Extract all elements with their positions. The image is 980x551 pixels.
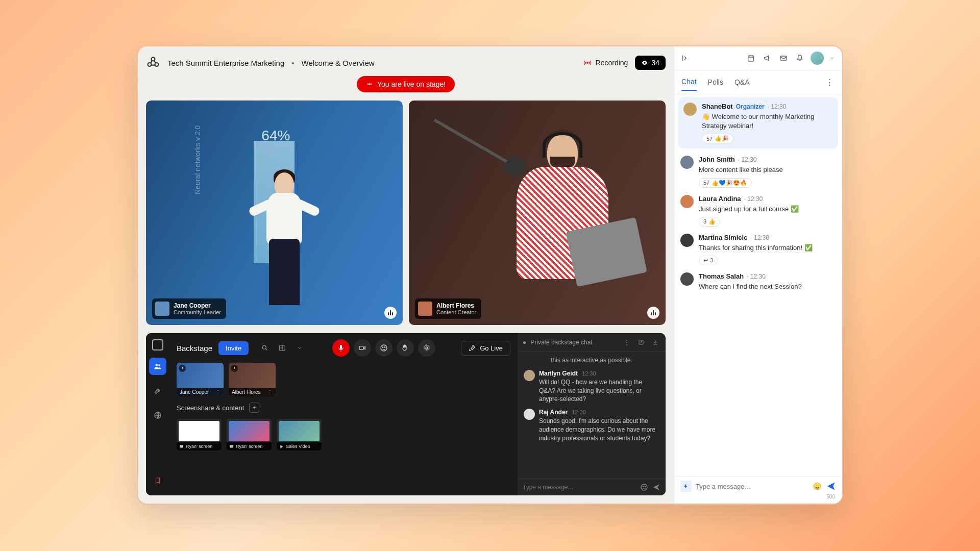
app-logo[interactable] [146, 56, 160, 70]
popout-icon[interactable] [636, 337, 646, 347]
reaction-pill[interactable]: 57👍💙🎉😍🔥 [699, 178, 752, 188]
rail-wrench-icon[interactable] [149, 382, 166, 399]
backstage-title: Backstage [177, 344, 212, 353]
lock-icon: ● [523, 339, 526, 346]
presenter-role: Content Creator [436, 309, 476, 315]
backstage-chat-header: ● Private backstage chat ⋮ [518, 333, 666, 352]
invite-button[interactable]: Invite [218, 341, 249, 355]
reaction-pill[interactable]: 57👍🎉 [702, 134, 733, 143]
tab-polls[interactable]: Polls [708, 74, 723, 90]
tab-chat[interactable]: Chat [681, 73, 697, 91]
mic-button[interactable] [332, 339, 350, 357]
chat-input[interactable] [696, 483, 808, 490]
search-icon[interactable] [258, 341, 272, 355]
truncated-message: this as interactive as possible. [524, 356, 659, 365]
main-area: Tech Summit Enterprise Marketing • Welco… [138, 46, 674, 504]
emoji-icon[interactable] [640, 483, 648, 491]
svg-point-15 [426, 347, 428, 349]
user-avatar[interactable] [811, 52, 824, 65]
headphones-icon [543, 132, 582, 158]
svg-point-28 [818, 485, 819, 486]
chat-input-row [674, 476, 842, 494]
content-thumb[interactable]: Ryan' screen [177, 419, 222, 450]
audio-indicator-icon [647, 307, 659, 319]
more-icon[interactable]: ⋮ [824, 77, 835, 88]
backstage-chat-input[interactable] [523, 484, 636, 491]
avatar [680, 234, 694, 247]
backstage-main: Backstage Invite [169, 333, 518, 495]
backstage-logo-icon[interactable] [152, 339, 163, 350]
download-icon[interactable] [650, 337, 660, 347]
send-icon[interactable] [652, 483, 660, 491]
add-content-button[interactable]: + [249, 403, 259, 413]
video-label: Albert Flores Content Creator [415, 298, 481, 319]
play-icon [279, 444, 284, 449]
svg-point-14 [384, 347, 385, 347]
avatar [683, 103, 697, 116]
broadcast-icon [366, 81, 373, 88]
recording-indicator: Recording [583, 59, 628, 67]
app-window: Tech Summit Enterprise Marketing • Welco… [137, 45, 843, 505]
content-section-label: Screenshare & content + [177, 403, 510, 413]
svg-rect-18 [180, 445, 183, 447]
rail-globe-icon[interactable] [149, 407, 166, 424]
session-name[interactable]: Welcome & Overview [302, 59, 375, 67]
right-panel-top [674, 46, 842, 70]
backstage-message: Marilyn Geidt12:30 Will do! QQ - how are… [524, 370, 659, 404]
video-tile-albert[interactable]: Albert Flores Content Creator [409, 101, 666, 325]
svg-point-13 [382, 347, 383, 347]
chat-body[interactable]: ShaneBotOrganizer12:30 👋 Welcome to our … [674, 94, 842, 476]
send-button[interactable] [826, 481, 836, 491]
reaction-pill[interactable]: ↩3 [699, 256, 718, 265]
chat-message: Laura Andina12:30 Just signed up for a f… [680, 195, 836, 227]
svg-rect-10 [340, 345, 342, 349]
content-thumb[interactable]: Sales Video [277, 419, 322, 450]
event-name[interactable]: Tech Summit Enterprise Marketing [167, 59, 284, 67]
svg-point-27 [816, 485, 817, 486]
mail-icon[interactable] [778, 53, 789, 64]
collapse-icon[interactable] [681, 54, 690, 62]
rail-people-icon[interactable] [149, 358, 166, 375]
backstage-chat-body[interactable]: this as interactive as possible. Marilyn… [518, 352, 666, 479]
mic-icon [179, 365, 186, 372]
camera-button[interactable] [354, 339, 371, 357]
tab-qa[interactable]: Q&A [734, 74, 750, 90]
backstage-message: Raj Ander12:30 Sounds good. I'm also cur… [524, 409, 659, 442]
avatar [524, 370, 535, 381]
more-icon[interactable]: ⋮ [622, 337, 632, 347]
go-live-button[interactable]: Go Live [461, 341, 510, 356]
more-icon[interactable]: ⋮ [267, 389, 273, 395]
quick-action-icon[interactable] [680, 481, 692, 492]
emoji-button[interactable] [375, 339, 393, 357]
svg-point-23 [645, 486, 645, 487]
chat-message: John Smith12:30 More content like this p… [680, 156, 836, 187]
content-thumb[interactable]: Ryan' screen [227, 419, 272, 450]
emoji-icon[interactable] [813, 482, 822, 491]
rail-bookmark-icon[interactable] [149, 472, 166, 489]
broadcast-icon [583, 59, 592, 67]
live-banner-text: You are live on stage! [377, 80, 446, 88]
presenter-name: Jane Cooper [174, 302, 221, 309]
chevron-down-icon[interactable] [829, 53, 835, 64]
more-icon[interactable]: ⋮ [215, 389, 220, 395]
svg-point-12 [381, 345, 387, 351]
bell-icon[interactable] [794, 53, 805, 64]
calendar-icon[interactable] [745, 53, 756, 64]
viewer-count[interactable]: 34 [635, 56, 666, 70]
backstage-thumb[interactable]: Jane Cooper⋮ [177, 363, 224, 396]
live-banner: You are live on stage! [357, 76, 455, 92]
right-panel-tabs: Chat Polls Q&A ⋮ [674, 70, 842, 94]
settings-button[interactable] [418, 339, 435, 357]
backstage-thumb[interactable]: Albert Flores⋮ [229, 363, 276, 396]
presenter-figure [254, 172, 315, 305]
megaphone-icon[interactable] [762, 53, 773, 64]
backstage-header: Backstage Invite [177, 339, 510, 357]
reaction-pill[interactable]: 3👍 [699, 217, 720, 227]
chevron-down-icon[interactable] [292, 341, 307, 355]
video-tile-jane[interactable]: 64% Neural networks v 2.0 Jane Cooper Co… [146, 101, 403, 325]
screen-icon [179, 444, 184, 449]
topbar: Tech Summit Enterprise Marketing • Welco… [146, 55, 666, 71]
layout-icon[interactable] [275, 341, 289, 355]
raise-hand-button[interactable] [397, 339, 414, 357]
svg-rect-24 [748, 56, 754, 61]
